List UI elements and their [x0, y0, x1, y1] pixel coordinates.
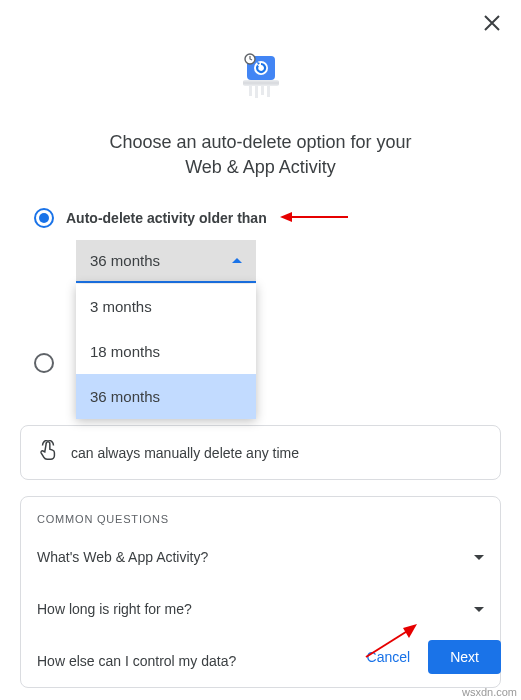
- dropdown-selected-text: 36 months: [90, 252, 160, 269]
- option-auto-delete[interactable]: Auto-delete activity older than: [34, 208, 505, 228]
- next-button[interactable]: Next: [428, 640, 501, 674]
- svg-rect-6: [255, 86, 258, 98]
- svg-rect-5: [249, 86, 252, 96]
- dropdown-item-18-months[interactable]: 18 months: [76, 329, 256, 374]
- dropdown-item-36-months[interactable]: 36 months: [76, 374, 256, 419]
- dropdown-item-3-months[interactable]: 3 months: [76, 284, 256, 329]
- question-label: How long is right for me?: [37, 601, 192, 617]
- info-card: can always manually delete any time: [20, 425, 501, 480]
- close-button[interactable]: [483, 14, 501, 36]
- close-icon: [483, 14, 501, 32]
- shredder-icon: [233, 48, 289, 108]
- cancel-button[interactable]: Cancel: [367, 649, 411, 665]
- chevron-down-icon: [474, 607, 484, 612]
- question-how-long[interactable]: How long is right for me?: [21, 583, 500, 635]
- dialog-title: Choose an auto-delete option for your We…: [16, 130, 505, 180]
- auto-delete-dialog: Choose an auto-delete option for your We…: [0, 0, 521, 700]
- question-label: How else can I control my data?: [37, 653, 236, 669]
- title-line-2: Web & App Activity: [185, 157, 336, 177]
- svg-rect-8: [267, 86, 270, 97]
- radio-auto-delete[interactable]: [34, 208, 54, 228]
- chevron-down-icon: [474, 555, 484, 560]
- watermark: wsxdn.com: [462, 686, 517, 698]
- title-line-1: Choose an auto-delete option for your: [109, 132, 411, 152]
- dropdown-menu: 3 months 18 months 36 months: [76, 284, 256, 419]
- question-web-app-activity[interactable]: What's Web & App Activity?: [21, 531, 500, 583]
- duration-dropdown[interactable]: 36 months 3 months 18 months 36 months: [76, 240, 256, 283]
- tap-icon: [37, 440, 59, 465]
- radio-dont-auto-delete[interactable]: [34, 353, 54, 373]
- question-label: What's Web & App Activity?: [37, 549, 208, 565]
- option-auto-delete-label: Auto-delete activity older than: [66, 210, 267, 226]
- common-questions-header: COMMON QUESTIONS: [21, 513, 500, 531]
- svg-rect-4: [243, 82, 279, 85]
- dropdown-selected[interactable]: 36 months: [76, 240, 256, 283]
- info-text: can always manually delete any time: [71, 445, 299, 461]
- svg-rect-7: [261, 86, 264, 95]
- dialog-footer: Cancel Next: [367, 640, 501, 674]
- chevron-up-icon: [232, 258, 242, 263]
- hero-section: Choose an auto-delete option for your We…: [16, 48, 505, 180]
